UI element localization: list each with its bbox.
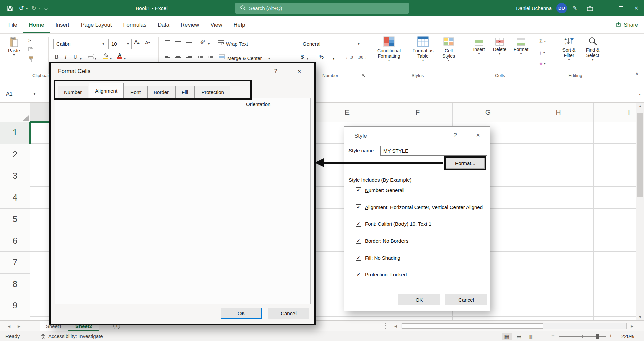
column-header-g[interactable]: G bbox=[453, 103, 523, 122]
tab-font[interactable]: Font bbox=[124, 86, 147, 98]
row-header-2[interactable]: 2 bbox=[0, 144, 30, 166]
cut-icon[interactable]: ✂ bbox=[28, 38, 33, 44]
orientation-icon[interactable]: ab bbox=[200, 39, 205, 44]
normal-view-icon[interactable]: ▦ bbox=[502, 333, 512, 340]
hscroll-left-icon[interactable]: ◀ bbox=[392, 323, 400, 329]
increase-decimal-icon[interactable]: ←.0 bbox=[345, 55, 353, 60]
format-painter-icon[interactable] bbox=[28, 56, 34, 62]
name-box[interactable]: A1 ▾ bbox=[0, 85, 41, 103]
format-as-table-button[interactable]: Format as Table ▾ bbox=[408, 36, 438, 62]
style-help-button[interactable]: ? bbox=[450, 131, 460, 140]
horizontal-scroll-thumb[interactable] bbox=[402, 323, 543, 329]
column-header-e[interactable]: E bbox=[312, 103, 382, 122]
tab-scroll-splitter[interactable] bbox=[385, 323, 386, 329]
vertical-scrollbar[interactable]: ▲ ▼ bbox=[636, 103, 644, 320]
font-name-combobox[interactable]: Calibri▾ bbox=[53, 39, 107, 49]
align-left-icon[interactable] bbox=[164, 54, 170, 60]
tab-insert[interactable]: Insert bbox=[50, 16, 75, 33]
sheet-nav-left-icon[interactable]: ◂ bbox=[5, 321, 13, 331]
tab-formulas[interactable]: Formulas bbox=[117, 16, 152, 33]
style-cancel-button[interactable]: Cancel bbox=[445, 294, 487, 305]
bold-button[interactable]: B bbox=[55, 54, 58, 60]
font-color-icon[interactable]: A bbox=[117, 53, 122, 59]
align-top-icon[interactable] bbox=[164, 40, 170, 45]
row-header-1[interactable]: 1 bbox=[0, 122, 30, 144]
undo-dropdown-icon[interactable]: ▾ bbox=[26, 7, 28, 10]
align-bottom-icon[interactable] bbox=[186, 40, 192, 45]
row-header-6[interactable]: 6 bbox=[0, 230, 30, 252]
ink-pen-icon[interactable]: ✎ bbox=[567, 0, 582, 16]
scroll-up-icon[interactable]: ▲ bbox=[636, 104, 644, 108]
tab-home[interactable]: Home bbox=[23, 16, 50, 33]
page-break-view-icon[interactable]: ▥ bbox=[526, 333, 536, 340]
vertical-scroll-thumb[interactable] bbox=[637, 113, 643, 197]
horizontal-scrollbar[interactable] bbox=[401, 323, 627, 329]
number-format-combobox[interactable]: General▾ bbox=[300, 39, 362, 49]
alignment-checkbox[interactable]: ✓ bbox=[356, 204, 361, 210]
tab-alignment[interactable]: Alignment bbox=[89, 83, 124, 98]
delete-cells-button[interactable]: Delete ▾ bbox=[490, 38, 509, 55]
paste-button[interactable]: Paste ▾ bbox=[5, 36, 23, 57]
row-headers[interactable]: 1 2 3 4 5 6 7 8 9 bbox=[0, 122, 30, 320]
find-select-button[interactable]: Find & Select ▾ bbox=[582, 36, 604, 61]
row-header-5[interactable]: 5 bbox=[0, 209, 30, 230]
tab-view[interactable]: View bbox=[205, 16, 228, 33]
fill-color-icon[interactable] bbox=[103, 53, 109, 59]
clear-icon[interactable]: ◆ ▾ bbox=[539, 61, 546, 66]
sort-filter-button[interactable]: AZ Sort & Filter ▾ bbox=[557, 36, 581, 61]
wrap-text-ribbon-label[interactable]: Wrap Text bbox=[226, 41, 248, 47]
column-header-h[interactable]: H bbox=[523, 103, 594, 122]
font-size-combobox[interactable]: 10▾ bbox=[108, 39, 132, 49]
column-header-f[interactable]: F bbox=[382, 103, 453, 122]
zoom-slider-thumb[interactable] bbox=[596, 334, 599, 339]
undo-button[interactable]: ↺ bbox=[16, 0, 27, 16]
percent-style-icon[interactable]: % bbox=[319, 54, 324, 60]
format-button[interactable]: Format... bbox=[446, 158, 485, 169]
merge-center-icon[interactable] bbox=[219, 54, 225, 59]
protection-checkbox[interactable]: ✓ bbox=[356, 272, 361, 277]
tab-review[interactable]: Review bbox=[175, 16, 205, 33]
italic-button[interactable]: I bbox=[65, 54, 67, 60]
style-close-button[interactable]: × bbox=[473, 131, 483, 140]
decrease-indent-icon[interactable] bbox=[197, 54, 203, 60]
accounting-dropdown-icon[interactable]: ▾ bbox=[307, 57, 308, 60]
maximize-button[interactable] bbox=[613, 0, 629, 16]
merge-center-dropdown-icon[interactable]: ▾ bbox=[268, 57, 270, 60]
number-checkbox[interactable]: ✓ bbox=[356, 187, 361, 193]
minimize-button[interactable] bbox=[598, 0, 613, 16]
page-layout-view-icon[interactable]: ▤ bbox=[514, 333, 524, 340]
borders-icon[interactable] bbox=[88, 54, 94, 59]
tab-protection[interactable]: Protection bbox=[195, 86, 230, 98]
shrink-font-button[interactable]: A▾ bbox=[145, 40, 150, 45]
tab-data[interactable]: Data bbox=[152, 16, 175, 33]
tab-number[interactable]: Number bbox=[58, 86, 88, 98]
font-color-dropdown-icon[interactable]: ▾ bbox=[124, 57, 126, 60]
fill-color-dropdown-icon[interactable]: ▾ bbox=[110, 57, 112, 60]
row-header-9[interactable]: 9 bbox=[0, 295, 30, 317]
number-dialog-launcher-icon[interactable] bbox=[362, 73, 366, 78]
row-header-8[interactable]: 8 bbox=[0, 274, 30, 295]
zoom-out-button[interactable]: − bbox=[551, 333, 555, 339]
sheet-nav-right-icon[interactable]: ▸ bbox=[15, 321, 23, 331]
style-name-input[interactable] bbox=[380, 146, 487, 156]
fill-checkbox[interactable]: ✓ bbox=[356, 255, 361, 261]
format-cells-close-button[interactable]: × bbox=[294, 67, 305, 76]
tab-fill[interactable]: Fill bbox=[175, 86, 195, 98]
accessibility-status[interactable]: Accessibility: Investigate bbox=[48, 333, 103, 339]
format-cells-ok-button[interactable]: OK bbox=[221, 308, 262, 319]
row-header-4[interactable]: 4 bbox=[0, 187, 30, 209]
hscroll-right-icon[interactable]: ▶ bbox=[628, 323, 636, 329]
format-cells-button[interactable]: Format ▾ bbox=[511, 38, 531, 55]
underline-dropdown-icon[interactable]: ▾ bbox=[80, 57, 82, 60]
avatar[interactable]: DU bbox=[556, 3, 567, 13]
row-header-7[interactable]: 7 bbox=[0, 252, 30, 274]
grow-font-button[interactable]: A▴ bbox=[134, 39, 140, 46]
merge-center-ribbon-label[interactable]: Merge & Center bbox=[227, 56, 262, 61]
toolbox-icon[interactable] bbox=[582, 0, 598, 16]
format-cells-help-button[interactable]: ? bbox=[271, 67, 280, 76]
zoom-level[interactable]: 220% bbox=[621, 333, 634, 339]
close-window-button[interactable]: × bbox=[629, 0, 644, 16]
tab-help[interactable]: Help bbox=[228, 16, 251, 33]
align-right-icon[interactable] bbox=[186, 54, 192, 60]
tab-file[interactable]: File bbox=[3, 16, 23, 33]
